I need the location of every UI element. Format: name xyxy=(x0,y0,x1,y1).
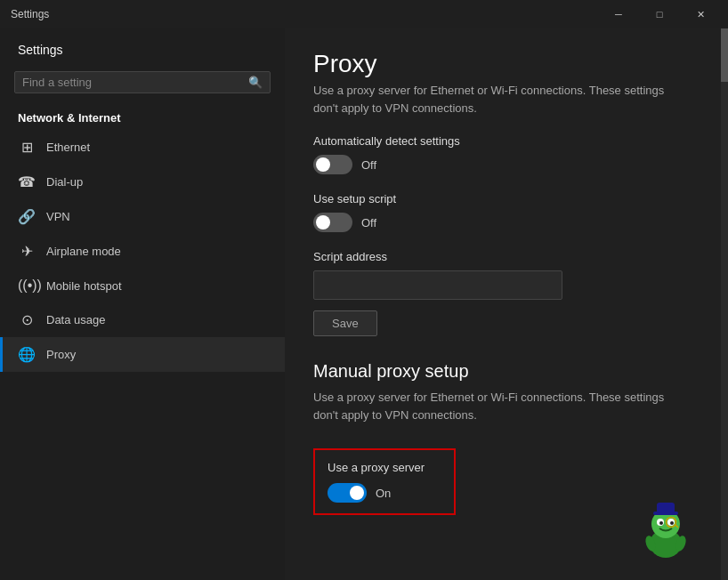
auto-detect-toggle[interactable] xyxy=(313,155,352,174)
search-input[interactable] xyxy=(22,76,248,89)
hotspot-icon: ((•)) xyxy=(18,278,36,294)
svg-point-7 xyxy=(670,521,674,525)
datausage-icon: ⊙ xyxy=(18,311,36,328)
auto-detect-label: Automatically detect settings xyxy=(313,134,700,148)
manual-section-title: Manual proxy setup xyxy=(313,361,700,382)
ethernet-icon: ⊞ xyxy=(18,139,36,156)
sidebar-item-label: Dial-up xyxy=(46,175,83,189)
auto-detect-track[interactable] xyxy=(313,155,352,174)
window-controls: ─ □ ✕ xyxy=(598,0,721,28)
search-box: 🔍 xyxy=(14,71,271,93)
mascot-svg xyxy=(639,499,692,561)
page-title: Proxy xyxy=(313,50,700,78)
setup-script-knob xyxy=(316,215,330,230)
scrollbar-thumb[interactable] xyxy=(721,28,728,82)
setup-script-status: Off xyxy=(361,216,376,230)
sidebar-item-airplane[interactable]: ✈ Airplane mode xyxy=(0,234,285,269)
auto-detect-status: Off xyxy=(361,158,376,172)
vpn-icon: 🔗 xyxy=(18,208,36,225)
sidebar-item-label: Mobile hotspot xyxy=(46,279,122,293)
title-bar: Settings ─ □ ✕ xyxy=(0,0,728,28)
nav-section-title: Network & Internet xyxy=(0,104,285,130)
use-proxy-track[interactable] xyxy=(328,483,367,503)
sidebar-item-ethernet[interactable]: ⊞ Ethernet xyxy=(0,130,285,165)
close-button[interactable]: ✕ xyxy=(680,0,721,28)
use-proxy-toggle-row: On xyxy=(328,483,441,503)
sidebar-item-datausage[interactable]: ⊙ Data usage xyxy=(0,302,285,337)
manual-proxy-desc: Use a proxy server for Ethernet or Wi-Fi… xyxy=(313,389,700,423)
maximize-button[interactable]: □ xyxy=(639,0,680,28)
use-proxy-status: On xyxy=(376,487,391,500)
setup-script-label: Use setup script xyxy=(313,192,700,205)
script-address-input[interactable] xyxy=(313,270,562,300)
app-body: Settings 🔍 Network & Internet ⊞ Ethernet… xyxy=(0,28,728,580)
content-area: Proxy Use a proxy server for Ethernet or… xyxy=(285,28,728,580)
use-proxy-toggle[interactable] xyxy=(328,483,367,503)
sidebar-item-hotspot[interactable]: ((•)) Mobile hotspot xyxy=(0,269,285,302)
minimize-button[interactable]: ─ xyxy=(598,0,639,28)
sidebar: Settings 🔍 Network & Internet ⊞ Ethernet… xyxy=(0,28,285,580)
use-proxy-knob xyxy=(350,486,364,500)
sidebar-item-proxy[interactable]: 🌐 Proxy xyxy=(0,337,285,372)
auto-proxy-desc: Use a proxy server for Ethernet or Wi-Fi… xyxy=(313,82,700,117)
sidebar-item-vpn[interactable]: 🔗 VPN xyxy=(0,199,285,234)
sidebar-item-label: Data usage xyxy=(46,313,106,326)
proxy-server-box: Use a proxy server On xyxy=(313,448,456,515)
sidebar-item-label: Airplane mode xyxy=(46,245,121,258)
dialup-icon: ☎ xyxy=(18,173,36,190)
sidebar-item-dialup[interactable]: ☎ Dial-up xyxy=(0,165,285,199)
setup-script-toggle[interactable] xyxy=(313,213,352,232)
search-icon: 🔍 xyxy=(248,76,263,89)
script-address-label: Script address xyxy=(313,250,700,263)
use-proxy-label: Use a proxy server xyxy=(328,461,441,474)
sidebar-item-label: Proxy xyxy=(46,348,76,361)
svg-rect-3 xyxy=(657,503,675,513)
mascot-character xyxy=(639,499,692,571)
proxy-icon: 🌐 xyxy=(18,346,36,363)
airplane-icon: ✈ xyxy=(18,243,36,260)
app-title: Settings xyxy=(11,8,49,20)
svg-point-6 xyxy=(659,521,663,525)
sidebar-item-label: VPN xyxy=(46,210,70,223)
sidebar-header: Settings xyxy=(0,28,285,64)
setup-script-toggle-row: Off xyxy=(313,213,700,232)
setup-script-track[interactable] xyxy=(313,213,352,232)
save-button[interactable]: Save xyxy=(313,310,377,336)
sidebar-item-label: Ethernet xyxy=(46,141,90,154)
scrollbar-track[interactable] xyxy=(721,28,728,580)
auto-detect-toggle-row: Off xyxy=(313,155,700,174)
auto-detect-knob xyxy=(316,157,330,172)
